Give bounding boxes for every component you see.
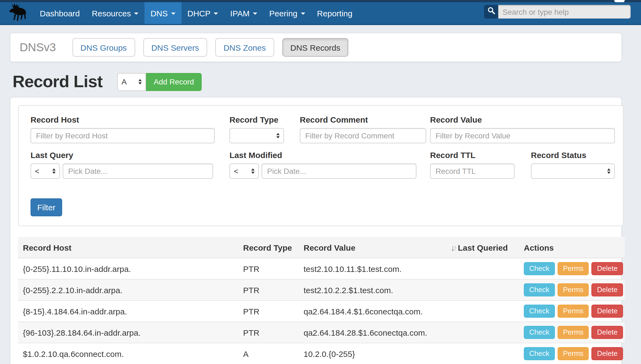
cell-last-queried	[450, 258, 523, 279]
perms-button[interactable]: Perms	[558, 347, 589, 360]
cell-record-host: {96-103}.28.184.64.in-addr.arpa.	[18, 322, 243, 343]
dnsv3-label: DNSv3	[20, 41, 56, 54]
filter-record-host-input[interactable]	[31, 128, 215, 143]
nav-item-label: Resources	[92, 8, 131, 18]
add-record-group: A Add Record	[117, 73, 202, 91]
chevron-down-icon	[253, 13, 257, 15]
nav-item-label: Dashboard	[40, 8, 80, 18]
col-last-queried[interactable]: ↓↑Last Queried	[450, 237, 523, 258]
cell-actions: CheckPermsDelete	[523, 258, 625, 279]
tab-dns-zones[interactable]: DNS Zones	[215, 38, 274, 57]
cell-last-queried	[450, 322, 523, 343]
nav-item-label: IPAM	[230, 8, 250, 18]
table-row: $1.0.2.10.qa.6connect.com.A10.2.0.{0-255…	[18, 343, 625, 364]
search-icon	[487, 7, 495, 17]
cell-record-host: {0-255}.2.2.10.in-addr.arpa.	[18, 279, 243, 301]
main-navbar: DashboardResourcesDNSDHCPIPAMPeeringRepo…	[0, 2, 641, 25]
nav-item-dashboard[interactable]: Dashboard	[34, 2, 86, 24]
search-button[interactable]	[484, 5, 498, 19]
nav-item-dhcp[interactable]: DHCP	[182, 2, 224, 24]
select-arrows-icon	[607, 168, 610, 174]
filter-record-value-input[interactable]	[430, 128, 615, 143]
perms-button[interactable]: Perms	[558, 283, 589, 296]
last-query-operator-value: <	[35, 167, 39, 175]
delete-button[interactable]: Delete	[592, 326, 623, 339]
delete-button[interactable]: Delete	[592, 262, 623, 275]
cell-record-type: PTR	[243, 322, 303, 343]
cell-record-type: PTR	[243, 258, 303, 279]
last-modified-date-input[interactable]	[262, 163, 416, 179]
filter-record-status-label: Record Status	[531, 150, 615, 160]
select-arrows-icon	[52, 168, 56, 174]
table-row: {0-255}.2.2.10.in-addr.arpa.PTRtest2.10.…	[18, 279, 625, 301]
last-query-operator-select[interactable]: <	[31, 163, 60, 179]
filter-record-ttl-input[interactable]	[430, 163, 515, 179]
dnsv3-card: DNSv3 DNS GroupsDNS ServersDNS ZonesDNS …	[10, 33, 622, 62]
brand-logo[interactable]	[0, 2, 34, 24]
select-arrows-icon	[276, 133, 280, 138]
delete-button[interactable]: Delete	[592, 283, 623, 296]
record-type-add-select-value: A	[122, 77, 127, 86]
nav-item-peering[interactable]: Peering	[263, 2, 311, 24]
chevron-down-icon	[214, 13, 218, 15]
record-type-add-select[interactable]: A	[117, 73, 146, 91]
filter-record-host-label: Record Host	[31, 115, 215, 124]
col-record-host[interactable]: Record Host	[18, 237, 243, 258]
filter-panel: Record Host Record Type Record Comment R…	[18, 105, 624, 226]
last-modified-operator-value: <	[234, 167, 238, 175]
filter-record-comment-input[interactable]	[300, 128, 426, 143]
check-button[interactable]: Check	[524, 262, 555, 275]
check-button[interactable]: Check	[524, 347, 555, 360]
perms-button[interactable]: Perms	[558, 326, 589, 339]
col-record-value[interactable]: Record Value	[303, 237, 450, 258]
table-header-row: Record Host Record Type Record Value ↓↑L…	[18, 237, 625, 258]
check-button[interactable]: Check	[524, 305, 555, 318]
filter-record-type-select[interactable]	[229, 128, 284, 143]
filter-button[interactable]: Filter	[31, 198, 62, 216]
perms-button[interactable]: Perms	[558, 305, 589, 318]
table-row: {0-255}.11.10.10.in-addr.arpa.PTRtest2.1…	[18, 258, 625, 279]
filter-record-ttl-label: Record TTL	[430, 150, 515, 160]
cell-actions: CheckPermsDelete	[523, 301, 625, 322]
col-actions: Actions	[523, 237, 625, 258]
add-record-button[interactable]: Add Record	[146, 73, 202, 91]
col-record-type[interactable]: Record Type	[243, 237, 303, 258]
nav-item-resources[interactable]: Resources	[86, 2, 144, 24]
filter-record-type-label: Record Type	[229, 115, 284, 124]
tab-dns-groups[interactable]: DNS Groups	[72, 38, 135, 57]
cell-actions: CheckPermsDelete	[523, 322, 625, 343]
nav-item-reporting[interactable]: Reporting	[311, 2, 358, 24]
check-button[interactable]: Check	[524, 326, 555, 339]
cell-record-type: PTR	[243, 301, 303, 322]
delete-button[interactable]: Delete	[592, 305, 623, 318]
cell-record-host: {0-255}.11.10.10.in-addr.arpa.	[18, 258, 243, 279]
nav-item-dns[interactable]: DNS	[144, 2, 181, 24]
cell-last-queried	[450, 279, 523, 301]
check-button[interactable]: Check	[524, 283, 555, 296]
perms-button[interactable]: Perms	[558, 262, 589, 275]
cell-record-value: qa2.64.184.28.$1.6conectqa.com.	[303, 322, 450, 343]
dns-section-tabs: DNS GroupsDNS ServersDNS ZonesDNS Record…	[72, 38, 349, 57]
sort-arrows-icon: ↓↑	[451, 243, 456, 252]
nav-menu: DashboardResourcesDNSDHCPIPAMPeeringRepo…	[34, 2, 358, 24]
cell-last-queried	[450, 301, 523, 322]
search-input[interactable]	[498, 5, 631, 19]
nav-item-label: Reporting	[317, 8, 352, 18]
cell-record-host: $1.0.2.10.qa.6connect.com.	[18, 343, 243, 364]
chevron-down-icon	[171, 13, 176, 15]
cell-record-host: {8-15}.4.184.64.in-addr.arpa.	[18, 301, 243, 322]
last-query-date-input[interactable]	[63, 163, 213, 179]
tab-dns-records[interactable]: DNS Records	[282, 38, 348, 57]
delete-button[interactable]: Delete	[592, 347, 623, 360]
cell-record-value: 10.2.0.{0-255}	[303, 343, 450, 364]
tab-dns-servers[interactable]: DNS Servers	[143, 38, 207, 57]
row-action-buttons: CheckPermsDelete	[524, 262, 624, 275]
filter-record-status-select[interactable]	[531, 163, 615, 179]
cell-actions: CheckPermsDelete	[523, 343, 625, 364]
filter-last-query-label: Last Query	[31, 150, 230, 160]
nav-item-label: DHCP	[188, 8, 211, 18]
nav-item-ipam[interactable]: IPAM	[224, 2, 263, 24]
chevron-down-icon	[301, 13, 305, 15]
select-arrows-icon	[251, 168, 255, 174]
last-modified-operator-select[interactable]: <	[229, 163, 259, 179]
